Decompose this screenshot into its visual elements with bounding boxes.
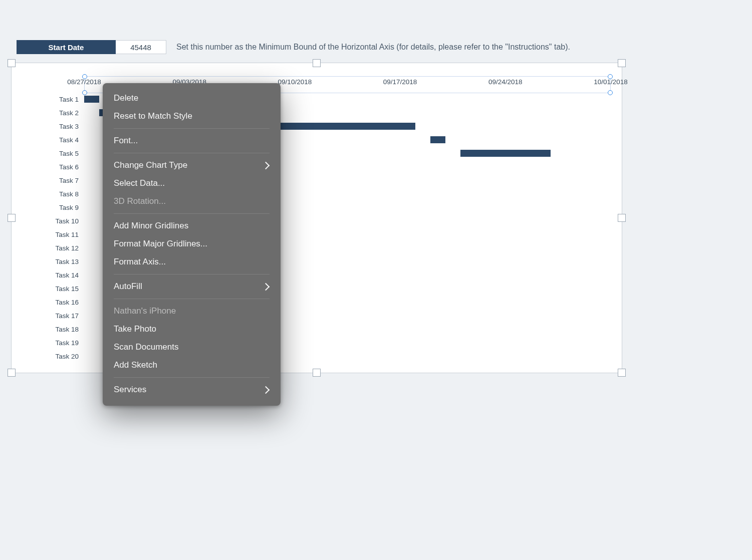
y-category-label: Task 15 — [55, 285, 79, 292]
x-tick-label: 09/24/2018 — [488, 78, 523, 86]
x-tick-label: 10/01/2018 — [594, 78, 628, 86]
y-category-label: Task 11 — [55, 230, 79, 238]
context-menu-item-label: Add Minor Gridlines — [114, 221, 188, 231]
context-menu-item[interactable]: Services — [103, 381, 281, 399]
chevron-right-icon — [262, 386, 270, 394]
y-category-label: Task 16 — [55, 298, 79, 306]
context-menu-item[interactable]: Add Sketch — [103, 356, 281, 374]
context-menu-item-label: Services — [114, 385, 146, 395]
y-category-label: Task 14 — [55, 271, 79, 278]
context-menu-item-label: Nathan's iPhone — [114, 306, 176, 316]
y-category-label: Task 3 — [59, 122, 79, 130]
resize-handle-top-middle[interactable] — [313, 59, 321, 67]
start-date-label: Start Date — [17, 40, 116, 54]
context-menu-item[interactable]: Delete — [103, 89, 281, 107]
context-menu-item-label: Add Sketch — [114, 360, 157, 370]
context-menu-item-label: Scan Documents — [114, 342, 178, 352]
context-menu-item[interactable]: Format Major Gridlines... — [103, 235, 281, 253]
y-category-label: Task 1 — [59, 95, 79, 103]
context-menu-item[interactable]: AutoFill — [103, 277, 281, 296]
y-category-label: Task 2 — [59, 109, 79, 116]
context-menu-item-label: Format Major Gridlines... — [114, 239, 207, 249]
y-category-label: Task 20 — [55, 352, 79, 360]
resize-handle-top-left[interactable] — [8, 59, 16, 67]
menu-separator — [114, 213, 270, 214]
menu-separator — [114, 128, 270, 129]
context-menu-item[interactable]: Change Chart Type — [103, 156, 281, 174]
context-menu-item-label: Format Axis... — [114, 257, 166, 267]
menu-separator — [114, 299, 270, 299]
gantt-bar[interactable] — [280, 123, 415, 130]
start-date-value-cell[interactable]: 45448 — [116, 40, 166, 54]
resize-handle-bottom-left[interactable] — [8, 369, 16, 377]
context-menu-item: Nathan's iPhone — [103, 302, 281, 320]
context-menu[interactable]: DeleteReset to Match StyleFont...Change … — [103, 83, 281, 406]
x-tick-label: 08/27/2018 — [67, 78, 101, 86]
y-category-label: Task 9 — [59, 203, 79, 211]
y-category-label: Task 19 — [55, 339, 79, 346]
context-menu-item: 3D Rotation... — [103, 192, 281, 210]
context-menu-item-label: Change Chart Type — [114, 160, 187, 170]
resize-handle-bottom-middle[interactable] — [313, 369, 321, 377]
context-menu-item-label: AutoFill — [114, 282, 142, 292]
y-category-label: Task 18 — [55, 325, 79, 333]
context-menu-item-label: Take Photo — [114, 324, 156, 334]
y-category-label: Task 12 — [55, 244, 79, 251]
y-category-label: Task 8 — [59, 190, 79, 197]
y-category-label: Task 17 — [55, 312, 79, 319]
gantt-bar[interactable] — [460, 150, 551, 157]
y-category-label: Task 10 — [55, 217, 79, 224]
y-category-label: Task 5 — [59, 149, 79, 157]
context-menu-item-label: Font... — [114, 136, 138, 146]
context-menu-item-label: Reset to Match Style — [114, 111, 192, 121]
context-menu-item-label: Select Data... — [114, 178, 165, 188]
app-canvas: Start Date 45448 Set this number as the … — [0, 0, 752, 560]
context-menu-item-label: Delete — [114, 93, 138, 103]
header-strip: Start Date 45448 Set this number as the … — [17, 40, 570, 54]
resize-handle-bottom-right[interactable] — [618, 369, 626, 377]
menu-separator — [114, 274, 270, 274]
y-category-label: Task 7 — [59, 176, 79, 184]
gantt-bar[interactable] — [84, 96, 99, 103]
menu-separator — [114, 153, 270, 153]
y-category-label: Task 13 — [55, 257, 79, 265]
context-menu-item-label: 3D Rotation... — [114, 196, 166, 206]
gantt-bar[interactable] — [430, 136, 445, 143]
y-category-label: Task 4 — [59, 136, 79, 143]
axis-hint-text: Set this number as the Minimum Bound of … — [176, 40, 570, 54]
menu-separator — [114, 377, 270, 378]
context-menu-item[interactable]: Select Data... — [103, 174, 281, 192]
context-menu-item[interactable]: Reset to Match Style — [103, 107, 281, 125]
chevron-right-icon — [262, 283, 270, 291]
resize-handle-top-right[interactable] — [618, 59, 626, 67]
x-tick-label: 09/17/2018 — [383, 78, 417, 86]
x-tick-label: 09/10/2018 — [278, 78, 312, 86]
chevron-right-icon — [262, 161, 270, 169]
resize-handle-middle-right[interactable] — [618, 214, 626, 222]
context-menu-item[interactable]: Take Photo — [103, 320, 281, 338]
context-menu-item[interactable]: Add Minor Gridlines — [103, 217, 281, 235]
context-menu-item[interactable]: Scan Documents — [103, 338, 281, 356]
context-menu-item[interactable]: Font... — [103, 132, 281, 150]
y-category-label: Task 6 — [59, 163, 79, 170]
context-menu-item[interactable]: Format Axis... — [103, 253, 281, 271]
vertical-axis-labels[interactable]: Task 1Task 2Task 3Task 4Task 5Task 6Task… — [12, 92, 82, 363]
